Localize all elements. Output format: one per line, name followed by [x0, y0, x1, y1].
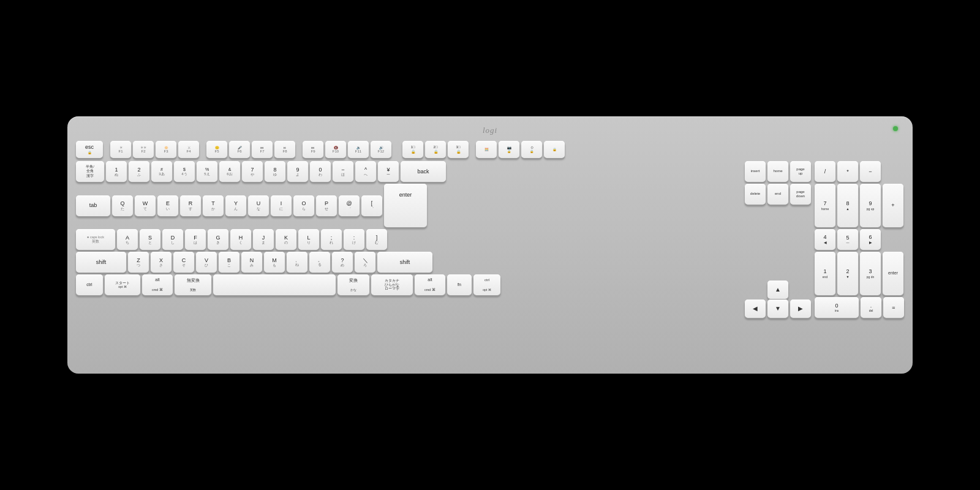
key-calc[interactable]: 🧮	[476, 141, 497, 158]
numpad-1[interactable]: 1end	[815, 252, 835, 295]
key-1[interactable]: 1ぬ	[106, 161, 127, 182]
key-w[interactable]: Wて	[135, 195, 156, 216]
key-hankaku[interactable]: 半角/全角漢字	[76, 161, 104, 182]
key-k[interactable]: Kの	[276, 229, 296, 250]
key-alt-left[interactable]: altcmd ⌘	[142, 274, 173, 295]
key-0[interactable]: 0わ	[310, 161, 331, 182]
key-at[interactable]: @゛	[339, 195, 360, 216]
key-f5[interactable]: 🙂 F5	[206, 141, 227, 158]
key-bracket-r[interactable]: ]む	[366, 229, 387, 250]
key-l[interactable]: Lり	[298, 229, 319, 250]
key-f11[interactable]: 🔉 F11	[348, 141, 369, 158]
key-yen[interactable]: ¥ー	[378, 161, 399, 182]
key-pageup[interactable]: pageup	[790, 161, 811, 182]
key-2[interactable]: 2ふ	[129, 161, 149, 182]
key-t[interactable]: Tか	[203, 195, 224, 216]
key-8[interactable]: 8ゆ	[265, 161, 285, 182]
key-alt-right[interactable]: altcmd ⌘	[415, 274, 445, 295]
key-arrow-down[interactable]: ▼	[767, 300, 788, 318]
numpad-6[interactable]: 6▶	[860, 229, 881, 250]
key-y[interactable]: Yん	[225, 195, 246, 216]
key-bracket-l[interactable]: [゜	[361, 195, 382, 216]
key-f3[interactable]: 🔅 F3	[156, 141, 176, 158]
key-ctrl-left[interactable]: ctrl	[76, 274, 103, 295]
key-o[interactable]: Oら	[293, 195, 314, 216]
key-caret[interactable]: ^へ	[355, 161, 376, 182]
key-f7[interactable]: ⏮ F7	[252, 141, 273, 158]
key-7[interactable]: 7や	[242, 161, 263, 182]
key-5[interactable]: %5え	[197, 161, 217, 182]
key-e[interactable]: Eい	[157, 195, 178, 216]
numpad-slash[interactable]: /	[815, 161, 835, 182]
key-g[interactable]: Gき	[208, 229, 228, 250]
numpad-dot[interactable]: .del	[861, 297, 881, 318]
numpad-star[interactable]: *	[837, 161, 858, 182]
key-settings[interactable]: ⚙ 🔒	[521, 141, 542, 158]
key-tab[interactable]: tab	[76, 195, 110, 216]
key-x[interactable]: Xさ	[151, 252, 172, 273]
key-f12[interactable]: 🔊 F12	[371, 141, 391, 158]
key-f13[interactable]: 1□ 🔒	[402, 141, 423, 158]
numpad-3[interactable]: 3pg dn	[860, 252, 881, 295]
key-backslash[interactable]: ＼ろ	[355, 252, 375, 273]
key-period[interactable]: 。る	[309, 252, 330, 273]
key-screenshot[interactable]: 📷 🔒	[499, 141, 519, 158]
key-colon[interactable]: :け	[344, 229, 364, 250]
key-h[interactable]: Hく	[230, 229, 251, 250]
key-f4[interactable]: ⚔ F4	[178, 141, 199, 158]
numpad-8[interactable]: 8▲	[837, 184, 858, 227]
key-q[interactable]: Qた	[112, 195, 133, 216]
key-f2[interactable]: ☀☀ F2	[133, 141, 154, 158]
key-home[interactable]: home	[767, 161, 788, 182]
key-f14[interactable]: 2□ 🔒	[425, 141, 446, 158]
numpad-2[interactable]: 2▼	[837, 252, 858, 295]
key-ctrl-right[interactable]: ctrlopt ⌘	[473, 274, 500, 295]
numpad-plus[interactable]: +	[883, 184, 903, 227]
key-f1[interactable]: ☀ F1	[110, 141, 131, 158]
numpad-5[interactable]: 5—	[837, 229, 858, 250]
key-enter[interactable]: enter	[384, 184, 427, 227]
key-v[interactable]: Vひ	[196, 252, 217, 273]
key-f6[interactable]: 🎤 F6	[229, 141, 250, 158]
key-n[interactable]: Nみ	[241, 252, 262, 273]
key-delete[interactable]: delete	[745, 184, 766, 205]
key-backspace[interactable]: back	[401, 161, 446, 182]
numpad-4[interactable]: 4◀	[815, 229, 835, 250]
numpad-equal[interactable]: =	[883, 297, 904, 318]
key-s[interactable]: Sと	[140, 229, 160, 250]
key-end[interactable]: end	[767, 184, 788, 205]
key-shift-right[interactable]: shift	[377, 252, 432, 273]
key-r[interactable]: Rす	[180, 195, 201, 216]
key-lock[interactable]: 🔒	[544, 141, 565, 158]
key-space[interactable]	[213, 274, 336, 295]
key-shift-left[interactable]: shift	[76, 252, 126, 273]
key-4[interactable]: $4う	[174, 161, 195, 182]
key-6[interactable]: &6お	[219, 161, 240, 182]
key-a[interactable]: Aち	[117, 229, 138, 250]
key-u[interactable]: Uな	[248, 195, 269, 216]
key-pagedown[interactable]: pagedown	[790, 184, 811, 205]
numpad-7[interactable]: 7home	[815, 184, 835, 227]
key-f15[interactable]: 3□ 🔒	[448, 141, 469, 158]
key-fn[interactable]: fn	[447, 274, 472, 295]
key-esc[interactable]: esc 🔒	[76, 141, 103, 158]
numpad-enter[interactable]: enter	[883, 252, 903, 295]
key-insert[interactable]: insert	[745, 161, 766, 182]
key-i[interactable]: Iに	[271, 195, 292, 216]
key-f8[interactable]: ⏯ F8	[274, 141, 295, 158]
key-slash[interactable]: ?め	[332, 252, 353, 273]
key-arrow-up[interactable]: ▲	[767, 281, 788, 299]
key-arrow-right[interactable]: ▶	[790, 300, 811, 318]
key-f10[interactable]: 🔇 F10	[325, 141, 346, 158]
key-caps-lock[interactable]: ● caps lock 英数	[76, 229, 115, 250]
key-j[interactable]: Jま	[253, 229, 274, 250]
key-c[interactable]: Cそ	[173, 252, 194, 273]
numpad-0[interactable]: 0ins	[815, 297, 859, 318]
key-f9[interactable]: ⏭ F9	[303, 141, 323, 158]
key-arrow-left[interactable]: ◀	[745, 300, 766, 318]
key-m[interactable]: Mも	[264, 252, 285, 273]
key-muhenkan[interactable]: 無変換英数	[175, 274, 211, 295]
key-henkan[interactable]: 変換かな	[337, 274, 369, 295]
key-katakana[interactable]: カタカナひらがなローマ字	[371, 274, 413, 295]
key-minus[interactable]: −ほ	[333, 161, 353, 182]
